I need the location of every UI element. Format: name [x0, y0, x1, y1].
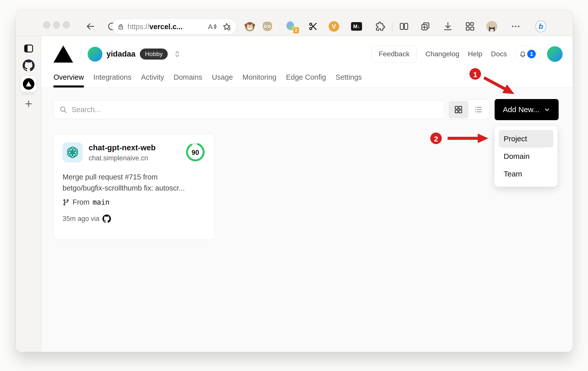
- commit-message[interactable]: Merge pull request #715 from betgo/bugfi…: [63, 171, 199, 194]
- browser-side-rail: [16, 36, 41, 352]
- search-icon: [59, 106, 67, 114]
- rail-divider: [22, 94, 36, 95]
- dashboard-tabs: Overview Integrations Activity Domains U…: [53, 73, 362, 87]
- url-text: https://vercel.c...: [128, 23, 183, 31]
- nav-changelog[interactable]: Changelog: [425, 50, 459, 58]
- add-new-dropdown: Project Domain Team: [494, 126, 558, 187]
- rail-add-icon[interactable]: [16, 99, 41, 109]
- score-ring[interactable]: 90: [186, 142, 205, 163]
- grid-view-button[interactable]: [448, 101, 468, 118]
- team-switcher-icon[interactable]: [174, 50, 181, 58]
- breadcrumb-slash: [78, 47, 83, 61]
- add-new-button[interactable]: Add New...: [495, 99, 559, 120]
- browser-toolbar: https://vercel.c... A: [16, 10, 573, 36]
- from-label: From: [73, 198, 90, 206]
- address-bar[interactable]: https://vercel.c... A: [112, 19, 237, 34]
- nav-docs[interactable]: Docs: [491, 50, 507, 58]
- extension-avatar-icon[interactable]: [262, 21, 273, 32]
- project-domain[interactable]: chat.simplenaive.cn: [89, 154, 156, 162]
- extension-tampermonkey-icon[interactable]: [244, 21, 255, 32]
- site-header: yidadaa Hobby Feedback Changelog Help Do…: [41, 36, 573, 88]
- user-avatar[interactable]: [547, 46, 563, 62]
- more-menu-icon[interactable]: [510, 21, 521, 32]
- tab-activity[interactable]: Activity: [141, 73, 164, 87]
- extension-translate-icon[interactable]: 2: [285, 21, 297, 32]
- window-minimize-button[interactable]: [53, 21, 60, 28]
- downloads-icon[interactable]: [442, 21, 453, 32]
- tab-settings[interactable]: Settings: [336, 73, 362, 87]
- translate-badge: 2: [293, 27, 300, 34]
- view-toggle: [447, 100, 490, 120]
- vercel-dashboard-page: yidadaa Hobby Feedback Changelog Help Do…: [41, 36, 573, 352]
- team-avatar[interactable]: [88, 47, 102, 62]
- lock-icon: [117, 23, 125, 30]
- browser-window: https://vercel.c... A: [16, 10, 573, 352]
- project-name[interactable]: chat-gpt-next-web: [89, 142, 156, 152]
- score-value: 90: [192, 149, 199, 156]
- chevron-down-icon: [544, 106, 550, 113]
- menu-item-project[interactable]: Project: [499, 130, 553, 148]
- toolbar-divider: [392, 22, 392, 31]
- plan-badge: Hobby: [140, 49, 168, 60]
- nav-help[interactable]: Help: [468, 50, 483, 58]
- profile-avatar[interactable]: [486, 21, 497, 32]
- read-aloud-icon[interactable]: A: [208, 22, 217, 31]
- extension-scissors-icon[interactable]: [308, 21, 319, 32]
- branch-name[interactable]: main: [93, 198, 109, 206]
- vercel-pinned-site-button[interactable]: [21, 76, 37, 92]
- menu-item-domain[interactable]: Domain: [499, 148, 553, 165]
- vercel-logo[interactable]: [53, 45, 73, 63]
- tab-overview[interactable]: Overview: [53, 73, 84, 87]
- search-input[interactable]: [53, 100, 445, 119]
- bing-chat-icon[interactable]: b: [535, 21, 546, 32]
- overview-content: Add New...: [41, 88, 573, 352]
- feedback-button[interactable]: Feedback: [371, 46, 417, 62]
- window-close-button[interactable]: [43, 21, 50, 28]
- favorites-star-icon[interactable]: [222, 22, 231, 31]
- github-icon: [102, 214, 111, 223]
- team-name[interactable]: yidadaa: [106, 50, 135, 59]
- github-pinned-site-icon[interactable]: [16, 59, 41, 71]
- toggle-sidebar-icon[interactable]: [16, 43, 41, 54]
- svg-text:A: A: [208, 23, 213, 31]
- notification-count: 1: [527, 50, 536, 58]
- vercel-icon: [23, 78, 34, 90]
- extension-markdown-icon[interactable]: M↓: [351, 21, 362, 32]
- notifications-button[interactable]: 1: [515, 46, 539, 62]
- extensions-puzzle-icon[interactable]: [375, 21, 386, 32]
- list-icon: [474, 105, 483, 114]
- menu-item-team[interactable]: Team: [499, 165, 553, 183]
- split-screen-icon[interactable]: [398, 21, 409, 32]
- tab-usage[interactable]: Usage: [212, 73, 233, 87]
- apps-icon[interactable]: [464, 21, 476, 32]
- extension-v-icon[interactable]: V: [328, 21, 339, 32]
- git-branch-icon: [63, 199, 70, 206]
- openai-logo-icon: [63, 142, 83, 162]
- project-card[interactable]: chat-gpt-next-web chat.simplenaive.cn 90…: [53, 134, 214, 240]
- tab-edge-config[interactable]: Edge Config: [286, 73, 326, 87]
- window-zoom-button[interactable]: [63, 21, 70, 28]
- back-button[interactable]: [84, 20, 97, 33]
- deploy-time: 35m ago via: [63, 215, 99, 223]
- tab-monitoring[interactable]: Monitoring: [243, 73, 276, 87]
- bell-icon: [519, 51, 526, 58]
- grid-icon: [454, 106, 462, 114]
- collections-icon[interactable]: [420, 21, 431, 32]
- list-view-button[interactable]: [468, 101, 489, 118]
- tab-domains[interactable]: Domains: [173, 73, 202, 87]
- tab-integrations[interactable]: Integrations: [93, 73, 132, 87]
